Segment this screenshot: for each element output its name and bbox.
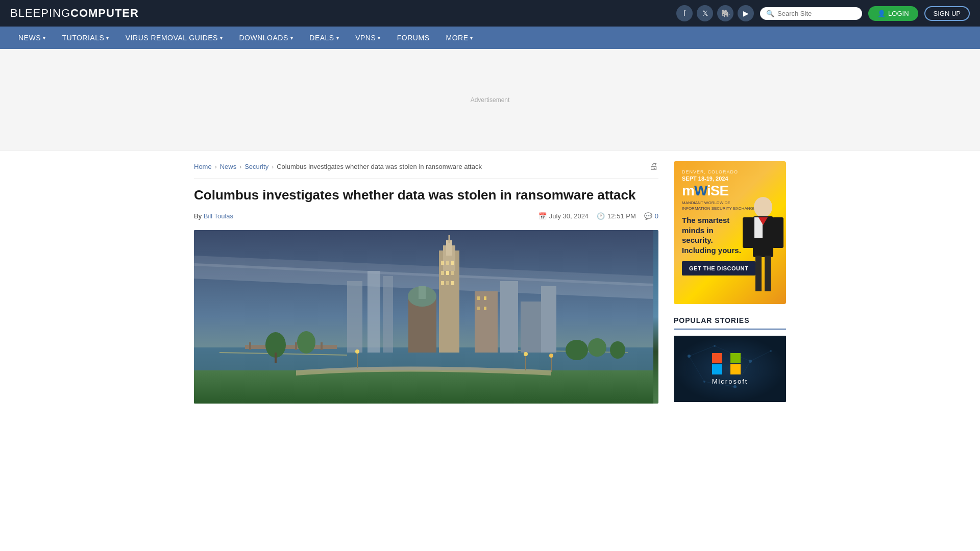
svg-rect-12 — [347, 281, 362, 353]
mastodon-icon[interactable]: 🐘 — [717, 5, 733, 21]
svg-rect-33 — [521, 302, 541, 353]
breadcrumb-sep-3: › — [272, 163, 274, 170]
nav-item-deals[interactable]: DEALS ▾ — [301, 27, 347, 49]
ad-tagline: The smartest minds in security. Includin… — [682, 215, 743, 255]
svg-rect-31 — [475, 291, 498, 353]
svg-line-65 — [689, 346, 715, 356]
breadcrumb-home[interactable]: Home — [194, 163, 212, 170]
ad-placeholder-text: Advertisement — [471, 96, 510, 104]
youtube-icon[interactable]: ▶ — [738, 5, 754, 21]
chevron-down-icon: ▾ — [43, 35, 46, 41]
svg-rect-22 — [441, 271, 444, 275]
svg-rect-36 — [484, 296, 486, 300]
nav-item-more[interactable]: MORE ▾ — [437, 27, 481, 49]
svg-rect-34 — [541, 286, 556, 353]
svg-line-68 — [689, 356, 704, 382]
svg-rect-37 — [477, 307, 480, 310]
svg-point-43 — [588, 338, 606, 357]
breadcrumb-news[interactable]: News — [220, 163, 237, 170]
breadcrumb-nav: Home › News › Security › Columbus invest… — [194, 163, 482, 170]
svg-rect-14 — [383, 276, 393, 353]
svg-rect-53 — [743, 217, 754, 248]
popular-stories-title: POPULAR STORIES — [674, 316, 786, 330]
chevron-down-icon: ▾ — [470, 35, 473, 41]
svg-rect-55 — [755, 256, 762, 291]
signup-button[interactable]: SIGN UP — [924, 6, 970, 21]
svg-rect-56 — [765, 256, 771, 291]
sidebar-ad: DENVER, COLORADO SEPT 18-19, 2024 mWiSE … — [674, 161, 786, 304]
chevron-down-icon: ▾ — [336, 35, 339, 41]
site-logo[interactable]: BLEEPINGCOMPUTER — [10, 7, 139, 20]
ad-brand-rest: iSE — [707, 183, 728, 198]
nav-label-more: MORE — [446, 34, 468, 42]
facebook-icon[interactable]: f — [676, 5, 693, 21]
nav-item-tutorials[interactable]: TUTORIALS ▾ — [54, 27, 117, 49]
svg-rect-24 — [451, 271, 454, 275]
svg-rect-40 — [275, 353, 277, 363]
microsoft-logo — [712, 353, 748, 374]
nav-label-tutorials: TUTORIALS — [62, 34, 105, 42]
nav-label-deals: DEALS — [309, 34, 334, 42]
chevron-down-icon: ▾ — [106, 35, 109, 41]
meta-right: 📅 July 30, 2024 🕐 12:51 PM 💬 0 — [538, 212, 658, 220]
ms-blue-square — [712, 364, 722, 374]
ms-red-square — [712, 353, 722, 363]
search-input[interactable] — [777, 10, 856, 17]
print-icon[interactable]: 🖨 — [649, 161, 658, 172]
meta-time: 🕐 12:51 PM — [597, 212, 636, 220]
svg-rect-6 — [194, 370, 653, 404]
svg-point-41 — [297, 331, 315, 354]
clock-icon: 🕐 — [597, 212, 605, 220]
comment-icon: 💬 — [644, 212, 652, 220]
article-image — [194, 230, 658, 404]
svg-rect-32 — [500, 281, 518, 353]
content-wrapper: Home › News › Security › Columbus invest… — [184, 151, 796, 414]
nav-item-vpns[interactable]: VPNS ▾ — [347, 27, 389, 49]
svg-rect-20 — [446, 261, 449, 265]
svg-rect-35 — [477, 296, 480, 300]
ad-brand-highlight: W — [694, 183, 707, 198]
nav-label-virus: VIRUS REMOVAL GUIDES — [126, 34, 218, 42]
login-label: LOGIN — [888, 10, 909, 17]
meta-comments[interactable]: 💬 0 — [644, 212, 658, 220]
svg-rect-27 — [451, 281, 454, 285]
ad-location: DENVER, COLORADO — [682, 169, 778, 174]
svg-point-46 — [355, 349, 359, 354]
nav-item-downloads[interactable]: DOWNLOADS ▾ — [231, 27, 301, 49]
svg-point-42 — [566, 340, 588, 360]
chevron-down-icon: ▾ — [378, 35, 381, 41]
breadcrumb-security[interactable]: Security — [244, 163, 268, 170]
chevron-down-icon: ▾ — [290, 35, 293, 41]
breadcrumb-sep-1: › — [215, 163, 217, 170]
svg-rect-21 — [451, 261, 454, 265]
svg-rect-7 — [245, 345, 337, 349]
search-box: 🔍 — [760, 7, 862, 20]
ad-dates: SEPT 18-19, 2024 — [682, 176, 778, 182]
svg-rect-13 — [368, 271, 380, 353]
twitter-icon[interactable]: 𝕏 — [697, 5, 713, 21]
nav-item-news[interactable]: NEWS ▾ — [10, 27, 54, 49]
main-nav: NEWS ▾ TUTORIALS ▾ VIRUS REMOVAL GUIDES … — [0, 27, 980, 49]
popular-story-image[interactable]: Microsoft — [674, 336, 786, 402]
author-link[interactable]: Bill Toulas — [204, 212, 233, 220]
nav-item-virus[interactable]: VIRUS REMOVAL GUIDES ▾ — [117, 27, 231, 49]
svg-rect-25 — [441, 281, 444, 285]
breadcrumb-current: Columbus investigates whether data was s… — [277, 163, 482, 170]
nav-label-vpns: VPNS — [355, 34, 376, 42]
article-author: By Bill Toulas — [194, 212, 233, 220]
social-icons: f 𝕏 🐘 ▶ — [676, 5, 754, 21]
user-icon: 👤 — [877, 10, 886, 17]
login-button[interactable]: 👤 LOGIN — [868, 6, 918, 21]
comment-count: 0 — [655, 212, 658, 220]
svg-rect-23 — [446, 271, 449, 275]
svg-point-44 — [610, 341, 625, 359]
calendar-icon: 📅 — [538, 212, 547, 220]
svg-rect-54 — [772, 217, 783, 248]
logo-bold: COMPUTER — [70, 7, 139, 19]
svg-rect-30 — [419, 286, 426, 299]
sidebar: DENVER, COLORADO SEPT 18-19, 2024 mWiSE … — [674, 161, 786, 404]
article-title: Columbus investigates whether data was s… — [194, 187, 658, 204]
svg-point-48 — [524, 352, 528, 356]
svg-rect-26 — [446, 281, 449, 285]
nav-item-forums[interactable]: FORUMS — [389, 27, 438, 49]
